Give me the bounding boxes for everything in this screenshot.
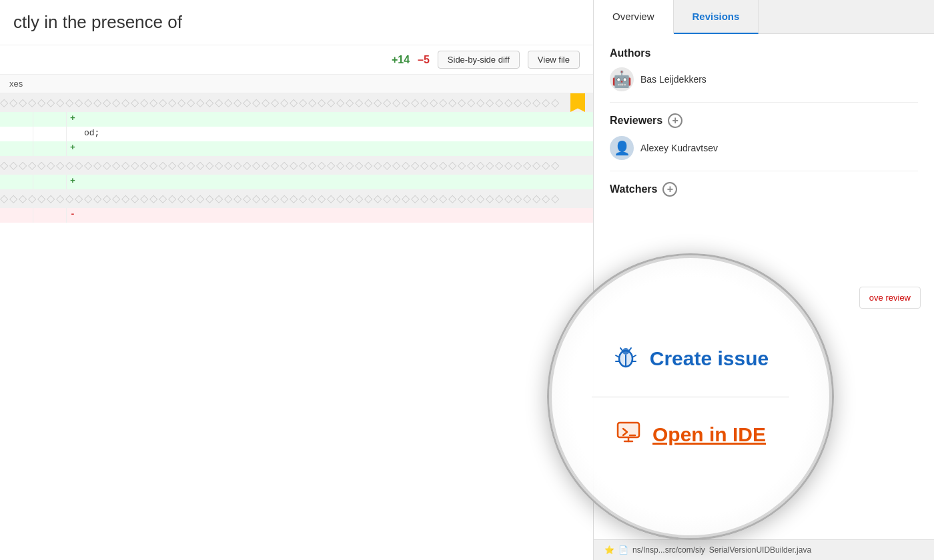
diff-line-removed-1: - xyxy=(0,208,593,223)
svg-point-2 xyxy=(622,348,629,355)
left-panel: ctly in the presence of +14 –5 Side-by-s… xyxy=(0,0,594,560)
diff-line-added-1: + xyxy=(0,112,593,127)
add-watcher-button[interactable]: + xyxy=(662,182,677,197)
svg-line-4 xyxy=(616,355,619,357)
reviewers-section: Reviewers + xyxy=(610,113,918,128)
title-text: ctly in the presence of xyxy=(13,12,182,32)
avatar-bas: 🤖 xyxy=(610,67,634,91)
reviewer-name: Alexey Kudravtsev xyxy=(640,143,718,153)
svg-line-5 xyxy=(632,355,636,357)
divider-1 xyxy=(610,102,918,103)
context-popup: Create issue Open in IDE xyxy=(547,253,834,540)
diff-stat-removed: –5 xyxy=(418,54,430,66)
author-name: Bas Leijdekkers xyxy=(640,74,707,85)
svg-line-9 xyxy=(629,348,631,351)
diff-line-added-2: + xyxy=(0,141,593,156)
open-in-ide-item[interactable]: Open in IDE xyxy=(615,419,766,451)
add-reviewer-button[interactable]: + xyxy=(668,113,682,128)
diff-stat-added: +14 xyxy=(392,54,410,66)
zigzag-bottom xyxy=(0,189,593,208)
code-od: od; xyxy=(79,127,105,141)
author-row: 🤖 Bas Leijdekkers xyxy=(610,67,918,91)
file-icon-2: 📄 xyxy=(618,545,628,555)
view-file-button[interactable]: View file xyxy=(528,51,580,69)
code-section-label: xes xyxy=(0,75,593,93)
file-name: SerialVersionUIDBuilder.java xyxy=(709,545,811,555)
authors-section: Authors xyxy=(610,47,918,59)
zigzag-middle xyxy=(0,156,593,175)
reviewer-row: 👤 Alexey Kudravtsev xyxy=(610,136,918,160)
diff-line-context-1: od; xyxy=(0,127,593,141)
tab-overview[interactable]: Overview xyxy=(594,0,674,34)
diff-toolbar: +14 –5 Side-by-side diff View file xyxy=(0,45,593,75)
file-reference: ⭐ 📄 ns/Insp...src/com/siy SerialVersionU… xyxy=(594,539,934,560)
ide-icon xyxy=(615,419,642,451)
zigzag-pattern-3 xyxy=(0,189,593,208)
remove-review-button[interactable]: ove review xyxy=(859,287,921,309)
watchers-section: Watchers + xyxy=(610,182,918,197)
avatar-alexey: 👤 xyxy=(610,136,634,160)
bug-icon xyxy=(612,343,639,375)
create-issue-label: Create issue xyxy=(650,347,769,370)
svg-line-8 xyxy=(620,348,622,351)
create-issue-item[interactable]: Create issue xyxy=(612,343,769,375)
divider-2 xyxy=(610,171,918,171)
file-path: ns/Insp...src/com/siy xyxy=(632,545,705,555)
tab-revisions[interactable]: Revisions xyxy=(674,0,759,34)
zigzag-top xyxy=(0,93,593,112)
zigzag-pattern-2 xyxy=(0,156,593,175)
side-by-side-diff-button[interactable]: Side-by-side diff xyxy=(438,51,520,69)
file-icon: ⭐ xyxy=(604,545,614,555)
zigzag-pattern xyxy=(0,93,593,112)
open-in-ide-label: Open in IDE xyxy=(652,423,766,446)
popup-divider xyxy=(592,397,790,397)
tabs-bar: Overview Revisions xyxy=(594,0,934,34)
title-bar: ctly in the presence of xyxy=(0,0,593,45)
diff-line-added-3: + xyxy=(0,175,593,189)
